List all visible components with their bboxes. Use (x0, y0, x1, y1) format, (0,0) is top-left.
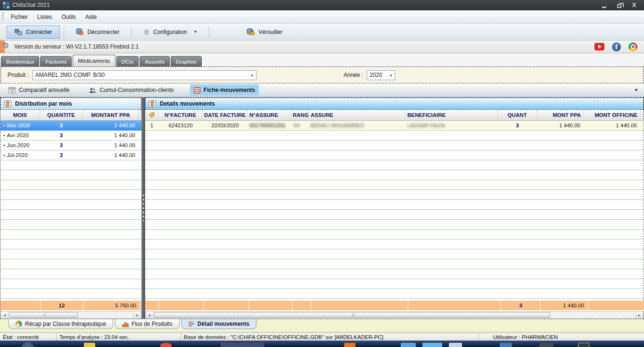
disconnect-icon: x (76, 28, 83, 35)
view-tab-bar: Comparatif annuelle Cumul-Consommation-c… (0, 83, 644, 97)
status-connection: État : connecté (0, 333, 57, 340)
col-date[interactable]: DATE FACTURE (203, 110, 248, 120)
details-hscrollbar[interactable]: ◄ ► (145, 311, 644, 319)
scroll-right-icon[interactable]: ► (133, 312, 141, 318)
window-title: ChifaStat 2021 (12, 2, 50, 8)
menu-outils[interactable]: Outils (57, 12, 80, 22)
total-quantite: 12 (41, 301, 83, 310)
detail-list-icon (189, 321, 195, 327)
row-marker: • (3, 153, 5, 158)
chifastat-window: ChifaStat 2021 X Fichier Listes Outils A… (0, 0, 644, 347)
col-mont-ppa[interactable]: MONT PPA (537, 110, 584, 120)
tab-dcis[interactable]: DCIs (116, 56, 139, 66)
menu-aide[interactable]: Aide (81, 12, 101, 22)
configuration-dropdown-arrow[interactable]: ▼ (193, 30, 197, 34)
scrollbar-thumb[interactable] (9, 312, 78, 318)
scrollbar-thumb[interactable] (154, 312, 550, 318)
tab-graphes[interactable]: Graphes (171, 56, 202, 66)
toolbar-separator (209, 26, 209, 38)
configuration-button[interactable]: ⚙ Configuration ▼ (135, 25, 205, 39)
month-row[interactable]: •Mar-2020 3 1 440.00 (0, 121, 141, 131)
chevron-down-icon[interactable]: ▼ (389, 74, 393, 78)
taskbar-item[interactable] (539, 343, 553, 347)
bottomtab-recap-classe[interactable]: Récap par Classe thérapeutique (8, 319, 113, 329)
col-quant[interactable]: QUANT (498, 110, 537, 120)
toolbar-separator (131, 26, 132, 38)
taskbar-item[interactable] (160, 343, 172, 347)
taskbar-item[interactable] (578, 343, 589, 347)
restore-button[interactable] (616, 2, 622, 8)
scroll-left-icon[interactable]: ◄ (146, 312, 153, 318)
menu-fichier[interactable]: Fichier (7, 12, 32, 22)
taskbar-item[interactable] (84, 343, 95, 347)
lock-icon (247, 28, 255, 35)
connect-button[interactable]: Connecter (7, 25, 60, 39)
windows-taskbar[interactable] (0, 340, 644, 347)
bar-chart-icon (122, 321, 129, 327)
taskbar-item[interactable] (401, 343, 416, 347)
tab-medicaments[interactable]: Médicaments (73, 55, 115, 66)
col-mois[interactable]: MOIS (0, 110, 40, 120)
total-montant: 5 760.00 (83, 301, 140, 310)
subtab-comparatif[interactable]: Comparatif annuelle (5, 84, 73, 96)
col-quantite[interactable]: QUANTITE (40, 110, 83, 120)
col-montant-ppa[interactable]: MONTANT PPA (83, 110, 139, 120)
menubar-grip (2, 12, 4, 21)
server-version-text: Version du serveur : WI-V2.1.7.18553 Fir… (14, 43, 139, 50)
product-combobox[interactable]: AMAREL 2MG COMP. B/30 ▼ (33, 70, 256, 80)
distribution-panel: Distribution par mois MOIS QUANTITE MONT… (0, 98, 142, 319)
distribution-hscrollbar[interactable]: ◄ ► (0, 311, 141, 319)
taskbar-item[interactable] (344, 343, 355, 347)
close-button[interactable]: X (631, 2, 637, 8)
chevron-down-icon[interactable]: ▼ (250, 74, 254, 78)
total-mont-ppa: 1 440.00 (541, 301, 588, 310)
taskbar-item[interactable] (422, 343, 442, 347)
movement-row[interactable]: 1 62423120 22/03/2020 651765001252 00 BE… (145, 121, 644, 131)
taskbar-item-active[interactable] (221, 343, 264, 347)
table-grid-icon (4, 100, 11, 107)
distribution-table-body: •Mar-2020 3 1 440.00 •Avr-2020 3 1 440.0… (0, 121, 141, 300)
col-mont-officine[interactable]: MONT OFFICINE (584, 110, 641, 120)
col-assure[interactable]: ASSURE (309, 110, 405, 120)
scroll-left-icon[interactable]: ◄ (1, 312, 8, 318)
chrome-icon[interactable] (628, 42, 637, 51)
subtab-overflow-arrow[interactable]: ▼ (634, 88, 638, 92)
subtab-cumul-consommation[interactable]: Cumul-Consommation-clients (85, 84, 177, 96)
taskbar-item[interactable] (449, 343, 462, 347)
col-beneficiaire[interactable]: BENEFICIAIRE (405, 110, 498, 120)
month-row[interactable]: •Jul-2020 3 1 440.00 (0, 150, 141, 160)
month-row[interactable]: •Avr-2020 3 1 440.00 (0, 131, 141, 140)
menu-listes[interactable]: Listes (33, 12, 56, 22)
gear-icon: ⚙ (143, 28, 149, 36)
tab-assures[interactable]: Assurés (140, 56, 170, 66)
taskbar-item[interactable] (500, 343, 512, 347)
product-label: Produit : (8, 72, 29, 78)
month-row[interactable]: •Jun-2020 3 1 440.00 (0, 140, 141, 150)
pie-chart-icon (16, 321, 22, 327)
status-analysis-time: Temps d'analyse : 23.04 sec. (57, 333, 181, 340)
toolbar-separator (64, 26, 64, 38)
col-facture[interactable]: N°FACTURE (158, 110, 203, 120)
facebook-icon[interactable]: f (612, 42, 621, 51)
disconnect-button[interactable]: x Déconnecter (68, 25, 127, 39)
scroll-right-icon[interactable]: ► (636, 312, 643, 318)
start-orb-icon[interactable] (22, 342, 34, 347)
col-assure-no[interactable]: N°ASSURE (248, 110, 291, 120)
subtab-fiche-mouvements[interactable]: Fiche-mouvements (190, 84, 259, 96)
youtube-icon[interactable] (594, 43, 604, 50)
panel-splitter[interactable] (142, 98, 145, 319)
bottom-tab-bar: Récap par Classe thérapeutique Flux de P… (0, 319, 644, 332)
col-rang[interactable]: RANG (291, 110, 309, 120)
lock-button[interactable]: Vérouiller (239, 25, 290, 39)
row-marker: • (3, 143, 5, 148)
tab-factures[interactable]: Factures (40, 56, 72, 66)
menu-bar: Fichier Listes Outils Aide (0, 10, 644, 24)
bottomtab-detail-mouvements[interactable]: Détail mouvements (182, 319, 256, 329)
main-tab-bar: Bordereaux Factures Médicaments DCIs Ass… (0, 53, 644, 66)
bottomtab-flux-produits[interactable]: Flux de Produits (115, 319, 180, 329)
tab-bordereaux[interactable]: Bordereaux (1, 56, 39, 66)
server-gear-icon: ⚙ (2, 41, 9, 51)
minimize-button[interactable] (601, 2, 607, 8)
status-database: Base de données : "C:\CHIFA OFFICINE\OFF… (181, 333, 479, 340)
year-combobox[interactable]: 2020 ▼ (367, 70, 395, 80)
